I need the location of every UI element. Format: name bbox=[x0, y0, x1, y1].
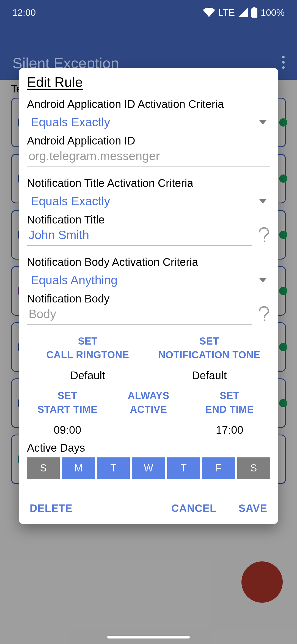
signal-icon bbox=[238, 8, 248, 17]
battery-pct: 100% bbox=[261, 7, 285, 18]
set-end-time-button[interactable]: SET END TIME bbox=[189, 389, 270, 417]
start-time-value: 09:00 bbox=[27, 424, 108, 436]
day-toggle-0[interactable]: S bbox=[27, 457, 60, 479]
help-icon[interactable] bbox=[257, 306, 270, 324]
call-ringtone-value: Default bbox=[27, 369, 148, 382]
overflow-menu-icon[interactable] bbox=[282, 56, 285, 72]
title-criteria-value: Equals Exactly bbox=[31, 194, 110, 208]
set-notification-tone-button[interactable]: SET NOTIFICATION TONE bbox=[148, 334, 270, 362]
wifi-icon bbox=[203, 8, 215, 17]
status-time: 12:00 bbox=[12, 7, 36, 18]
app-id-criteria-label: Android Application ID Activation Criter… bbox=[27, 98, 270, 110]
title-criteria-select[interactable]: Equals Exactly bbox=[27, 189, 270, 211]
nav-pill bbox=[107, 636, 190, 638]
svg-rect-1 bbox=[253, 7, 255, 9]
day-toggle-6[interactable]: S bbox=[237, 457, 270, 479]
dialog-title: Edit Rule bbox=[27, 74, 270, 90]
always-active-button[interactable]: ALWAYS ACTIVE bbox=[108, 389, 189, 417]
day-toggle-3[interactable]: W bbox=[132, 457, 165, 479]
end-time-value: 17:00 bbox=[189, 424, 270, 436]
notification-tone-value: Default bbox=[148, 369, 270, 382]
help-icon[interactable] bbox=[257, 227, 270, 245]
title-input[interactable] bbox=[27, 226, 252, 245]
day-toggle-1[interactable]: M bbox=[62, 457, 95, 479]
set-start-time-button[interactable]: SET START TIME bbox=[27, 389, 108, 417]
svg-rect-0 bbox=[251, 8, 257, 18]
net-label: LTE bbox=[218, 7, 235, 18]
app-id-label: Android Application ID bbox=[27, 135, 270, 147]
svg-point-2 bbox=[264, 241, 265, 242]
body-criteria-select[interactable]: Equals Anything bbox=[27, 268, 270, 290]
delete-button[interactable]: DELETE bbox=[30, 503, 73, 514]
save-button[interactable]: SAVE bbox=[238, 503, 267, 514]
chevron-down-icon bbox=[259, 199, 267, 203]
body-criteria-label: Notification Body Activation Criteria bbox=[27, 256, 270, 268]
active-days-label: Active Days bbox=[27, 442, 270, 454]
chevron-down-icon bbox=[259, 120, 267, 124]
body-input[interactable] bbox=[27, 305, 252, 324]
body-criteria-value: Equals Anything bbox=[31, 273, 118, 287]
status-bar: 12:00 LTE 100% bbox=[0, 0, 297, 25]
app-id-input[interactable] bbox=[27, 147, 270, 167]
chevron-down-icon bbox=[259, 278, 267, 282]
day-toggle-4[interactable]: T bbox=[167, 457, 200, 479]
set-call-ringtone-button[interactable]: SET CALL RINGTONE bbox=[27, 334, 148, 362]
battery-icon bbox=[251, 7, 257, 18]
active-days-row: SMTWTFS bbox=[27, 457, 270, 479]
edit-rule-dialog: Edit Rule Android Application ID Activat… bbox=[19, 68, 278, 524]
svg-point-3 bbox=[264, 320, 265, 321]
title-criteria-label: Notification Title Activation Criteria bbox=[27, 177, 270, 189]
day-toggle-5[interactable]: F bbox=[202, 457, 235, 479]
app-id-criteria-select[interactable]: Equals Exactly bbox=[27, 110, 270, 132]
title-label: Notification Title bbox=[27, 214, 270, 226]
day-toggle-2[interactable]: T bbox=[97, 457, 130, 479]
cancel-button[interactable]: CANCEL bbox=[171, 503, 216, 514]
status-right: LTE 100% bbox=[203, 7, 285, 18]
app-id-criteria-value: Equals Exactly bbox=[31, 115, 110, 129]
body-label: Notification Body bbox=[27, 293, 270, 305]
